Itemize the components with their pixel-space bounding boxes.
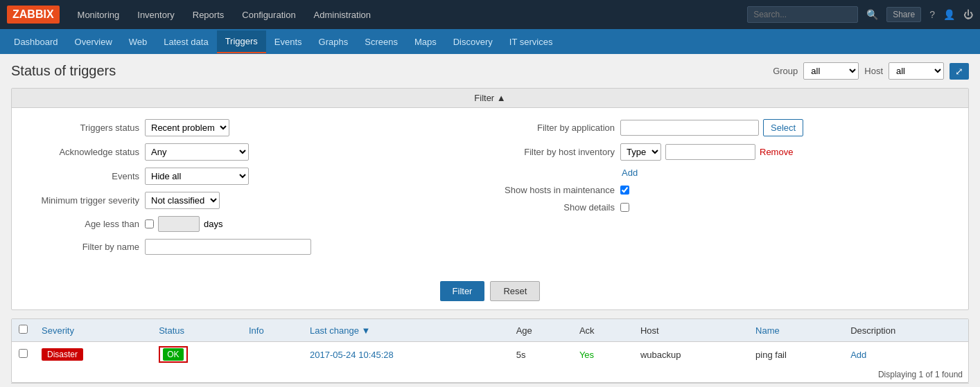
show-maintenance-control (620, 186, 952, 195)
show-details-checkbox[interactable] (620, 203, 629, 212)
nav-web[interactable]: Web (121, 31, 156, 53)
add-row: Add (504, 168, 952, 178)
header-host: Host (633, 319, 749, 342)
filter-by-name-control (145, 239, 476, 255)
filter-header[interactable]: Filter ▲ (12, 89, 968, 108)
group-select[interactable]: all (803, 62, 859, 80)
search-icon[interactable]: 🔍 (866, 9, 878, 20)
show-maintenance-row: Show hosts in maintenance (504, 185, 952, 195)
header-severity[interactable]: Severity (35, 319, 152, 342)
group-label: Group (773, 66, 798, 76)
events-select[interactable]: Hide all Show all (145, 168, 249, 185)
min-severity-control: Not classified Information Warning Avera… (145, 192, 476, 209)
row-age: 5s (509, 342, 572, 368)
bottom-bar: 0 selected Bulk acknowledge 亿速云 (11, 383, 969, 387)
nav-graphs[interactable]: Graphs (310, 31, 357, 53)
nav-maps[interactable]: Maps (406, 31, 445, 53)
row-description: Add (843, 342, 968, 368)
nav-reports[interactable]: Reports (186, 6, 231, 24)
acknowledge-status-control: Any Yes No (145, 143, 476, 161)
header-info[interactable]: Info (242, 319, 303, 342)
nav-it-services[interactable]: IT services (501, 31, 561, 53)
top-nav-right: 🔍 Share ? 👤 ⏻ (747, 6, 973, 23)
nav-configuration[interactable]: Configuration (235, 6, 302, 24)
select-button[interactable]: Select (763, 119, 803, 136)
triggers-status-row: Triggers status Recent problem Any Probl… (28, 119, 476, 136)
header-age: Age (509, 319, 572, 342)
row-severity: Disaster (35, 342, 152, 368)
nav-inventory[interactable]: Inventory (130, 6, 181, 24)
help-icon[interactable]: ? (929, 9, 935, 20)
top-nav-items: Monitoring Inventory Reports Configurati… (71, 6, 748, 24)
table-header-row: Severity Status Info Last change ▼ Age (12, 319, 968, 342)
row-ack: Yes (572, 342, 633, 368)
user-icon[interactable]: 👤 (943, 9, 955, 20)
data-table-container: Severity Status Info Last change ▼ Age (11, 318, 969, 383)
header-ack: Ack (572, 319, 633, 342)
show-maintenance-checkbox[interactable] (620, 186, 629, 195)
remove-link[interactable]: Remove (760, 147, 793, 157)
triggers-status-control: Recent problem Any Problem (145, 119, 476, 136)
nav-discovery[interactable]: Discovery (445, 31, 501, 53)
min-severity-select[interactable]: Not classified Information Warning Avera… (145, 192, 220, 209)
header-name[interactable]: Name (749, 319, 843, 342)
status-badge: OK (163, 348, 183, 361)
filter-by-host-inv-row: Filter by host inventory Type Remove (504, 143, 952, 161)
row-checkbox[interactable] (19, 349, 28, 358)
filter-left-col: Triggers status Recent problem Any Probl… (28, 119, 476, 262)
row-checkbox-cell (12, 342, 35, 368)
nav-triggers[interactable]: Triggers (217, 30, 266, 53)
triggers-status-select[interactable]: Recent problem Any Problem (145, 119, 229, 136)
filter-by-app-input[interactable] (620, 120, 759, 136)
filter-actions: Filter Reset (12, 281, 968, 301)
host-select[interactable]: all (889, 62, 944, 80)
filter-by-host-inv-control: Type Remove (620, 143, 952, 161)
severity-badge: Disaster (42, 348, 83, 361)
events-control: Hide all Show all (145, 168, 476, 185)
nav-screens[interactable]: Screens (356, 31, 406, 53)
header-status[interactable]: Status (152, 319, 242, 342)
logo: ZABBIX (7, 6, 60, 24)
row-name: ping fail (749, 342, 843, 368)
row-last-change: 2017-05-24 10:45:28 (303, 342, 509, 368)
filter-button[interactable]: Filter (440, 281, 485, 301)
reset-button[interactable]: Reset (490, 281, 540, 301)
host-inv-type-select[interactable]: Type (620, 143, 661, 161)
nav-administration[interactable]: Administration (307, 6, 378, 24)
show-details-label: Show details (504, 202, 615, 213)
displaying-info: Displaying 1 of 1 found (12, 367, 968, 382)
age-less-label: Age less than (28, 219, 139, 229)
filter-by-app-label: Filter by application (504, 123, 615, 133)
share-button[interactable]: Share (886, 7, 921, 22)
age-less-control: 14 days (145, 216, 476, 232)
expand-button[interactable]: ⤢ (950, 63, 969, 80)
nav-overview[interactable]: Overview (67, 31, 121, 53)
show-details-control (620, 203, 952, 212)
top-navigation: ZABBIX Monitoring Inventory Reports Conf… (0, 0, 980, 29)
acknowledge-status-select[interactable]: Any Yes No (145, 143, 249, 161)
events-label: Events (28, 171, 139, 181)
triggers-table: Severity Status Info Last change ▼ Age (12, 319, 968, 367)
nav-latest-data[interactable]: Latest data (155, 31, 216, 53)
header-last-change[interactable]: Last change ▼ (303, 319, 509, 342)
host-inv-value-input[interactable] (665, 144, 755, 160)
age-less-checkbox[interactable] (145, 219, 154, 228)
nav-monitoring[interactable]: Monitoring (71, 6, 127, 24)
nav-dashboard[interactable]: Dashboard (6, 31, 67, 53)
table-row: Disaster OK 2017-05-24 10:45:28 5s Yes w… (12, 342, 968, 368)
triggers-status-label: Triggers status (28, 123, 139, 133)
filter-by-name-input[interactable] (145, 239, 311, 255)
select-all-checkbox[interactable] (19, 325, 28, 334)
search-input[interactable] (747, 6, 858, 23)
host-label: Host (864, 66, 883, 76)
nav-events[interactable]: Events (266, 31, 310, 53)
age-less-input[interactable]: 14 (158, 216, 200, 232)
group-host-controls: Group all Host all ⤢ (773, 62, 969, 80)
filter-by-name-row: Filter by name (28, 239, 476, 255)
acknowledge-status-label: Acknowledge status (28, 147, 139, 157)
add-link[interactable]: Add (622, 168, 638, 178)
events-row: Events Hide all Show all (28, 168, 476, 185)
power-icon[interactable]: ⏻ (963, 9, 973, 20)
second-navigation: Dashboard Overview Web Latest data Trigg… (0, 29, 980, 54)
filter-container: Filter ▲ Triggers status Recent problem … (11, 88, 969, 310)
